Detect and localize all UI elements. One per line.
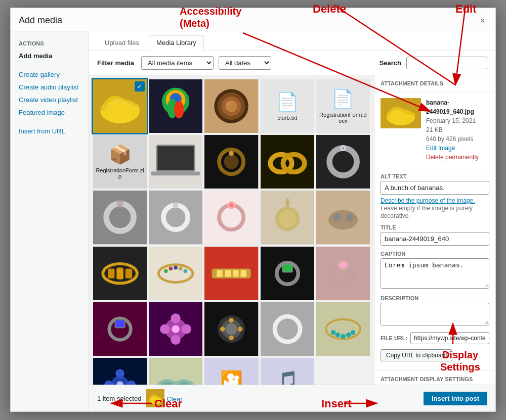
file-url-input[interactable] (410, 332, 489, 344)
svg-rect-93 (261, 302, 314, 356)
media-item-coffee[interactable] (204, 79, 258, 133)
media-item-gold-bracelet[interactable] (93, 247, 147, 300)
alt-text-input[interactable] (381, 181, 489, 195)
media-item-earth-spin[interactable]: 🎦 Earth_Spin_In_Ha (204, 358, 258, 385)
sidebar-item-insert-from-url[interactable]: Insert from URL (11, 125, 89, 137)
media-item-dark-jewelry[interactable] (204, 135, 258, 189)
svg-point-35 (173, 203, 179, 209)
modal-header: Add media × (11, 8, 495, 31)
media-item-purple-flower[interactable] (149, 302, 202, 356)
description-input[interactable] (381, 303, 489, 325)
media-item-bananas[interactable] (93, 79, 147, 133)
media-item-ornate-brooch[interactable] (204, 302, 258, 356)
display-settings-section: ATTACHMENT DISPLAY SETTINGS Alignment Ri… (374, 370, 495, 385)
insert-into-post-button[interactable]: Insert into post (424, 392, 487, 405)
delete-permanently-link[interactable]: Delete permanently (426, 153, 489, 162)
edit-image-link[interactable]: Edit Image (426, 144, 489, 153)
title-field-row: Title (381, 224, 489, 246)
media-item-registration-docx[interactable]: 📄 RegistrationForm.docx (316, 79, 370, 133)
svg-point-56 (169, 266, 173, 270)
sidebar-item-featured-image[interactable]: Featured image (11, 106, 89, 119)
selected-thumbnail-wrapper (146, 389, 164, 407)
media-item-flower-ring[interactable] (204, 191, 258, 244)
media-item-registration-zip[interactable]: 📦 RegistrationForm.zip (93, 135, 147, 189)
modal-close-button[interactable]: × (478, 16, 487, 25)
svg-point-104 (115, 369, 124, 378)
sidebar-actions-label: Actions (11, 37, 89, 50)
media-item-blue-flower-brooch[interactable] (93, 358, 147, 385)
svg-point-89 (229, 318, 234, 323)
caption-input[interactable]: Lorem ipsum bananas. (381, 258, 489, 289)
txt-file-icon: 📄 (276, 91, 299, 113)
file-url-label: File URL: (381, 335, 407, 341)
media-item-ring-dark[interactable] (316, 135, 370, 189)
sidebar-item-create-video-playlist[interactable]: Create video playlist (11, 94, 89, 106)
title-label: Title (381, 224, 489, 230)
selected-info: 1 item selected Clear (97, 389, 183, 407)
svg-rect-52 (125, 268, 133, 278)
svg-rect-33 (149, 191, 202, 244)
sidebar-item-add-media[interactable]: Add media (11, 50, 89, 62)
media-item-gold-rings[interactable] (261, 135, 314, 189)
svg-point-32 (118, 202, 122, 206)
alt-text-hint: Describe the purpose of the image. Leave… (381, 197, 489, 219)
media-item-silver-ring-2[interactable] (149, 191, 202, 244)
description-label: Description (381, 295, 489, 301)
modal-body: Actions Add media Create gallery Create … (11, 31, 495, 411)
media-item-diamond-bracelet[interactable] (204, 247, 258, 300)
tab-upload-files[interactable]: Upload files (97, 35, 147, 51)
svg-rect-62 (217, 270, 223, 277)
media-item-locket[interactable] (261, 191, 314, 244)
media-item-parrot[interactable] (149, 79, 202, 133)
search-label: Search (380, 59, 401, 67)
media-item-ring-white[interactable] (261, 302, 314, 356)
tabs-bar: Upload files Media Library (89, 31, 495, 51)
svg-rect-77 (115, 320, 124, 328)
svg-point-21 (229, 151, 234, 156)
svg-rect-51 (116, 267, 123, 279)
sidebar-item-create-gallery[interactable]: Create gallery (11, 68, 89, 81)
media-item-laptop[interactable] (149, 135, 202, 189)
media-item-blurb-txt[interactable]: 📄 blurb.txt (261, 79, 314, 133)
description-field-row: Description (381, 295, 489, 327)
title-input[interactable] (381, 232, 489, 246)
txt-filename: blurb.txt (277, 115, 297, 121)
svg-point-101 (350, 330, 355, 335)
alt-text-hint-text: Leave empty if the image is purely decor… (381, 205, 473, 219)
clear-link[interactable]: Clear (166, 395, 182, 403)
media-item-stone-rings[interactable] (316, 191, 370, 244)
video-file-icon: 🎦 (220, 370, 243, 385)
tab-media-library[interactable]: Media Library (149, 35, 204, 51)
media-item-green-gem-ring[interactable] (261, 247, 314, 300)
svg-point-57 (174, 265, 178, 269)
alt-text-describe-link[interactable]: Describe the purpose of the image. (381, 197, 475, 204)
alt-text-label: Alt Text (381, 173, 489, 179)
media-item-blue-ring[interactable] (93, 302, 147, 356)
svg-rect-74 (93, 302, 147, 356)
media-item-silver-ring-1[interactable] (93, 191, 147, 244)
media-item-teal-gems[interactable] (149, 358, 202, 385)
media-item-teal-necklace[interactable] (316, 302, 370, 356)
filter-date-select[interactable]: All dates (219, 56, 271, 70)
attachment-details-title: ATTACHMENT DETAILS (374, 75, 495, 92)
sidebar-item-create-audio-playlist[interactable]: Create audio playlist (11, 81, 89, 94)
zip-file-icon: 📦 (109, 144, 132, 165)
svg-point-100 (346, 333, 351, 338)
svg-point-97 (331, 330, 336, 335)
svg-rect-70 (316, 247, 370, 300)
svg-point-92 (220, 326, 225, 332)
svg-rect-53 (149, 247, 202, 300)
media-grid-container[interactable]: 📄 blurb.txt 📄 RegistrationForm.docx (89, 75, 374, 385)
copy-url-button[interactable]: Copy URL to clipboard (381, 349, 452, 361)
media-item-pink-gem-ring[interactable] (316, 247, 370, 300)
media-item-gentle-waves[interactable]: 🎵 GentleWaves- (261, 358, 314, 385)
svg-rect-65 (241, 270, 247, 277)
svg-rect-50 (108, 268, 115, 278)
svg-point-46 (333, 214, 341, 221)
media-item-colorful-bracelet[interactable] (149, 247, 202, 300)
alt-text-field-row: Alt Text Describe the purpose of the ima… (381, 173, 489, 219)
search-input[interactable] (406, 57, 487, 69)
caption-label: Caption (381, 251, 489, 257)
selected-count-text: 1 item selected (97, 395, 141, 402)
filter-media-type-select[interactable]: All media items (141, 56, 214, 70)
